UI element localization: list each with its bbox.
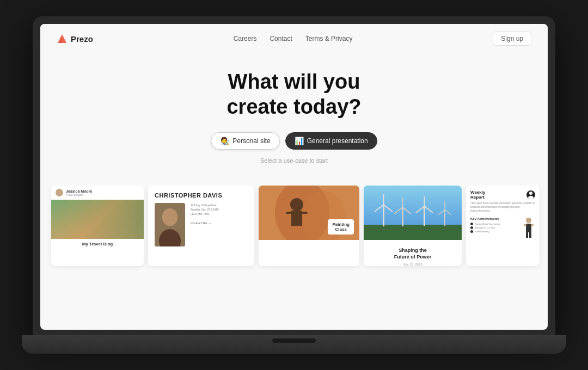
svg-rect-35	[526, 224, 531, 232]
report-description: This report has to provide information a…	[470, 202, 535, 213]
svg-rect-20	[402, 207, 403, 226]
svg-rect-11	[291, 211, 302, 226]
navbar: Prezo Careers Contact Terms & Privacy Si…	[40, 24, 548, 53]
nav-contact[interactable]: Contact	[270, 35, 292, 42]
report-dot-0	[470, 223, 473, 225]
travel-author-name: Jessica Moore	[66, 189, 92, 193]
laptop-base	[22, 335, 566, 354]
painting-footer	[259, 240, 359, 266]
power-card: Shaping the Future of Power July 28, 202…	[364, 186, 462, 266]
report-figure	[522, 217, 535, 239]
travel-blog-title: My Travel Blog	[51, 239, 144, 249]
logo-text: Prezo	[71, 34, 93, 44]
report-dot-2	[470, 230, 473, 233]
painting-image: Painting Class	[259, 186, 359, 240]
travel-avatar	[56, 189, 63, 196]
report-item-text-0: Social Media Touchpoints	[475, 223, 500, 225]
svg-rect-36	[524, 224, 526, 226]
svg-rect-15	[364, 225, 462, 240]
laptop-notch	[272, 338, 316, 343]
travel-blog-header: Jessica Moore Travel blogger	[51, 186, 144, 200]
svg-rect-39	[529, 232, 531, 238]
profile-body: 123 Any St Anywhere Another City, ST 123…	[155, 203, 248, 260]
report-item-1: Description text here	[470, 226, 520, 229]
travel-author-meta: Travel blogger	[66, 193, 92, 196]
laptop-screen: Prezo Careers Contact Terms & Privacy Si…	[40, 24, 548, 330]
profile-photo	[155, 203, 185, 246]
svg-rect-38	[526, 232, 528, 238]
laptop-wrapper: Prezo Careers Contact Terms & Privacy Si…	[33, 16, 555, 354]
report-item-2: Email Delivery	[470, 230, 520, 233]
travel-blog-card: Jessica Moore Travel blogger My Travel B…	[51, 186, 144, 266]
profile-info-text: 123 Any St Anywhere Another City, ST 123…	[191, 203, 248, 216]
report-title: Weekly Report	[470, 190, 485, 200]
cards-row: Jessica Moore Travel blogger My Travel B…	[40, 186, 548, 330]
svg-point-5	[162, 208, 177, 226]
personal-site-icon: 🧑‍🎨	[220, 137, 229, 145]
profile-card: CHRISTOPHER DAVIS	[148, 186, 254, 266]
svg-point-10	[290, 198, 303, 211]
general-presentation-button[interactable]: 📊 General presentation	[285, 132, 377, 150]
weekly-report-card: Weekly Report This report h	[466, 186, 540, 266]
report-item-0: Social Media Touchpoints	[470, 223, 520, 225]
report-item-text-2: Email Delivery	[475, 230, 489, 233]
personal-site-label: Personal site	[232, 137, 270, 145]
svg-point-33	[528, 196, 534, 199]
report-header: Weekly Report	[470, 190, 535, 200]
painting-label: Painting Class	[328, 219, 354, 235]
svg-point-34	[526, 218, 531, 223]
nav-careers[interactable]: Careers	[234, 35, 257, 42]
report-dot-1	[470, 226, 473, 229]
svg-rect-37	[531, 224, 534, 226]
power-header: Shaping the Future of Power July 28, 202…	[364, 240, 462, 266]
select-hint: Select a use-case to start	[51, 157, 537, 164]
svg-rect-24	[424, 206, 425, 226]
report-item-text-1: Description text here	[475, 226, 495, 229]
power-image	[364, 186, 462, 240]
general-presentation-label: General presentation	[307, 137, 368, 145]
report-title-line1: Weekly	[470, 190, 485, 195]
logo: Prezo	[57, 33, 93, 44]
svg-rect-28	[444, 209, 445, 226]
nav-terms[interactable]: Terms & Privacy	[305, 35, 353, 42]
travel-image-overlay	[51, 200, 144, 239]
painting-class-card: Painting Class	[259, 186, 359, 266]
usecase-buttons: 🧑‍🎨 Personal site 📊 General presentation	[51, 132, 537, 150]
power-date: July 28, 2023	[369, 263, 456, 266]
nav-links: Careers Contact Terms & Privacy	[234, 35, 353, 42]
power-title: Shaping the Future of Power	[369, 243, 456, 262]
report-title-line2: Report	[470, 195, 485, 200]
travel-image	[51, 200, 144, 239]
svg-point-32	[529, 192, 532, 195]
hero-title: What will you create today?	[51, 70, 537, 119]
general-presentation-icon: 📊	[295, 137, 304, 145]
laptop-body: Prezo Careers Contact Terms & Privacy Si…	[33, 16, 555, 337]
signup-button[interactable]: Sign up	[493, 32, 531, 46]
profile-info: 123 Any St Anywhere Another City, ST 123…	[191, 203, 248, 225]
hero-section: What will you create today? 🧑‍🎨 Personal…	[40, 53, 548, 186]
personal-site-button[interactable]: 🧑‍🎨 Personal site	[211, 132, 279, 150]
screen-content: Prezo Careers Contact Terms & Privacy Si…	[40, 24, 548, 330]
report-person-icon	[526, 190, 535, 199]
profile-name: CHRISTOPHER DAVIS	[155, 192, 248, 199]
travel-author-info: Jessica Moore Travel blogger	[66, 189, 92, 196]
profile-contact-link[interactable]: Contact Me →	[191, 221, 248, 225]
logo-icon	[57, 33, 68, 44]
svg-rect-13	[301, 212, 308, 214]
svg-rect-16	[383, 205, 384, 226]
svg-rect-12	[286, 212, 292, 214]
